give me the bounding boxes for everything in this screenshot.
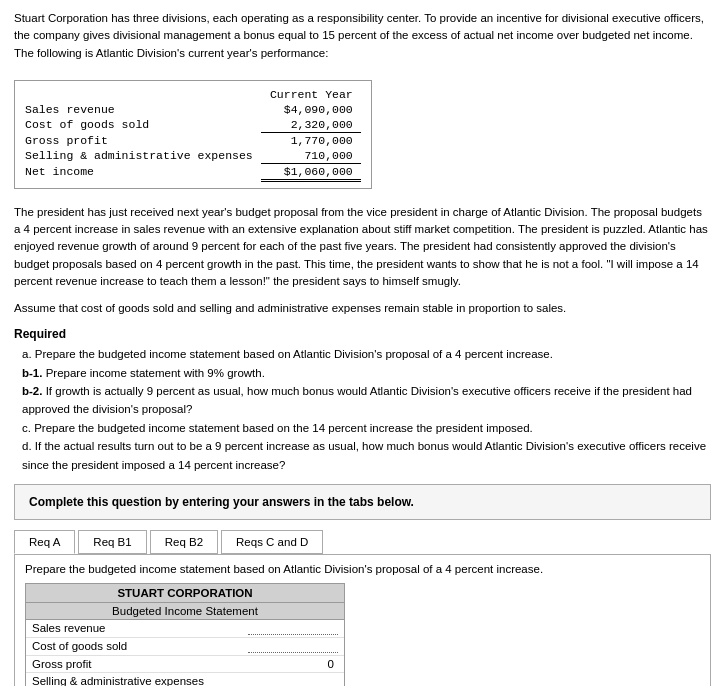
tab-req-a[interactable]: Req A: [14, 530, 75, 554]
row-input-sga[interactable]: [242, 672, 344, 686]
row-label-cogs: Cost of goods sold: [26, 637, 242, 655]
req-text-a: Prepare the budgeted income statement ba…: [35, 348, 553, 360]
row-label-net-income: Net income: [25, 163, 261, 180]
row-label-sales-revenue: Sales revenue: [26, 620, 242, 638]
req-key-a: a.: [22, 348, 32, 360]
req-item-b1: b-1. Prepare income statement with 9% gr…: [22, 364, 711, 382]
row-val-sales-revenue: $4,090,000: [261, 102, 361, 117]
stuart-table: STUART CORPORATION Budgeted Income State…: [25, 583, 345, 686]
req-item-c: c. Prepare the budgeted income statement…: [22, 419, 711, 437]
table-row-sales-revenue: Sales revenue: [26, 620, 344, 638]
row-label-cogs: Cost of goods sold: [25, 117, 261, 133]
row-val-gross-profit: 0: [242, 655, 344, 672]
tab-content-area: Prepare the budgeted income statement ba…: [14, 554, 711, 686]
required-label: Required: [14, 327, 711, 341]
row-label-sales-revenue: Sales revenue: [25, 102, 261, 117]
req-key-b1: b-1.: [22, 367, 42, 379]
table-row-sga: Selling & administrative expenses: [26, 672, 344, 686]
req-item-d: d. If the actual results turn out to be …: [22, 437, 711, 474]
req-key-d: d.: [22, 440, 32, 452]
row-label-sga: Selling & administrative expenses: [25, 148, 261, 164]
req-key-c: c.: [22, 422, 31, 434]
tab-req-b2[interactable]: Req B2: [150, 530, 218, 554]
row-val-sga: 710,000: [261, 148, 361, 164]
row-label-sga: Selling & administrative expenses: [26, 672, 242, 686]
intro-paragraph-1: Stuart Corporation has three divisions, …: [14, 10, 711, 62]
stuart-header-1: STUART CORPORATION: [26, 584, 344, 603]
row-label-gross-profit: Gross profit: [25, 132, 261, 148]
tabs-row: Req A Req B1 Req B2 Reqs C and D: [14, 530, 711, 554]
table-row-gross-profit: Gross profit 0: [26, 655, 344, 672]
row-val-net-income: $1,060,000: [261, 163, 361, 180]
req-text-b1: Prepare income statement with 9% growth.: [46, 367, 265, 379]
complete-box: Complete this question by entering your …: [14, 484, 711, 520]
input-cogs[interactable]: [248, 640, 338, 653]
input-sga[interactable]: [248, 675, 338, 686]
required-section: Required a. Prepare the budgeted income …: [14, 327, 711, 474]
complete-box-text: Complete this question by entering your …: [29, 495, 414, 509]
table-row-cogs: Cost of goods sold: [26, 637, 344, 655]
row-input-sales-revenue[interactable]: [242, 620, 344, 638]
row-label-gross-profit: Gross profit: [26, 655, 242, 672]
col-header: Current Year: [261, 87, 361, 102]
req-text-b2: If growth is actually 9 percent as usual…: [22, 385, 692, 415]
req-text-c: Prepare the budgeted income statement ba…: [34, 422, 533, 434]
req-item-a: a. Prepare the budgeted income statement…: [22, 345, 711, 363]
row-val-cogs: 2,320,000: [261, 117, 361, 133]
intro-paragraph-3: Assume that cost of goods sold and selli…: [14, 300, 711, 317]
performance-table: Current Year Sales revenue $4,090,000 Co…: [14, 80, 372, 189]
tab-description: Prepare the budgeted income statement ba…: [25, 563, 700, 575]
tab-req-b1[interactable]: Req B1: [78, 530, 146, 554]
intro-paragraph-2: The president has just received next yea…: [14, 204, 711, 290]
row-input-cogs[interactable]: [242, 637, 344, 655]
input-sales-revenue[interactable]: [248, 622, 338, 635]
stuart-header-2: Budgeted Income Statement: [26, 603, 344, 620]
tab-reqs-c-and-d[interactable]: Reqs C and D: [221, 530, 323, 554]
req-item-b2: b-2. If growth is actually 9 percent as …: [22, 382, 711, 419]
req-key-b2: b-2.: [22, 385, 42, 397]
req-text-d: If the actual results turn out to be a 9…: [22, 440, 706, 470]
row-val-gross-profit: 1,770,000: [261, 132, 361, 148]
